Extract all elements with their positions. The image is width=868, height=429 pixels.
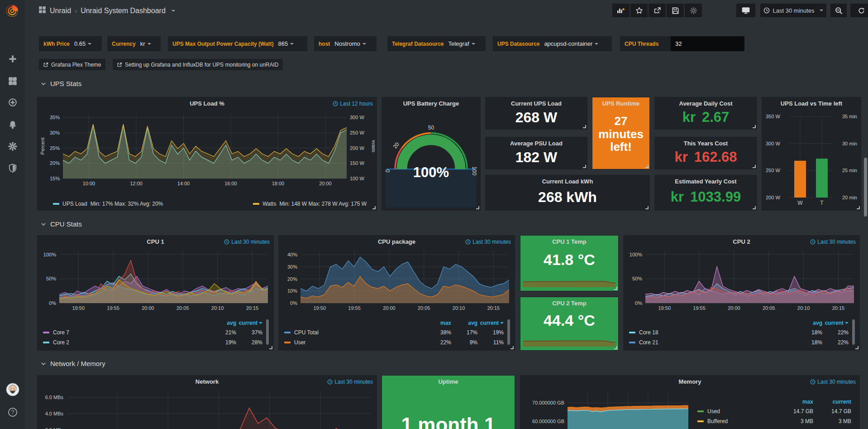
- panel-resize-handle[interactable]: [269, 346, 272, 349]
- legend-series-name[interactable]: Used: [707, 408, 775, 415]
- legend-series-name[interactable]: CPU Total: [294, 329, 425, 336]
- legend-row[interactable]: Core 18 18% 22%: [629, 328, 849, 337]
- legend-series-name[interactable]: Core 21: [639, 339, 796, 346]
- ups-load-vs-time-chart[interactable]: 200 W250 W300 W350 W20 min25 min30 min35…: [764, 110, 859, 207]
- sidebar-configuration-icon[interactable]: [0, 137, 25, 155]
- legend-col-avg[interactable]: avg: [451, 320, 477, 326]
- panel-title[interactable]: Estimated Yearly Cost: [655, 178, 757, 185]
- panel-title[interactable]: UPS Battery Charge: [382, 100, 480, 107]
- legend-row[interactable]: Core 2 19% 28%: [43, 337, 262, 347]
- variable-value-dropdown[interactable]: Telegraf: [448, 40, 475, 47]
- ups-load-chart[interactable]: 15%20%25%30%35%100 W150 W200 W250 W300 W…: [39, 110, 375, 188]
- legend-col-max[interactable]: max: [425, 320, 451, 326]
- legend-series-name[interactable]: Buffered: [707, 418, 775, 424]
- panel-title[interactable]: Current UPS Load: [486, 100, 587, 107]
- breadcrumb-folder[interactable]: Unraid: [50, 7, 71, 15]
- sidebar-alerting-icon[interactable]: [0, 116, 25, 134]
- panel-resize-handle[interactable]: [614, 287, 617, 290]
- time-range-badge[interactable]: Last 30 minutes: [327, 379, 373, 385]
- legend-col-avg[interactable]: avg: [210, 320, 236, 326]
- panel-resize-handle[interactable]: [857, 206, 860, 209]
- section-network-memory[interactable]: Network / Memory: [41, 360, 105, 367]
- time-picker-button[interactable]: Last 30 minutes: [760, 4, 826, 17]
- memory-chart[interactable]: 50.000000 GB60.000000 GB70.000000 GB: [522, 388, 691, 429]
- cpu-package-chart[interactable]: 0%10%20%30%40%19:5019:5520:0020:0520:102…: [281, 248, 513, 312]
- panel-title[interactable]: UPS Load %: [38, 100, 377, 107]
- variable-value-dropdown[interactable]: apcupsd-container: [544, 40, 598, 47]
- legend-col-current[interactable]: current: [822, 320, 849, 326]
- legend-item[interactable]: UPS Load Min: 17% Max: 32% Avg: 20%: [53, 201, 163, 207]
- cpu1-chart[interactable]: 0%50%100%19:5019:5520:0020:0520:1020:15: [39, 248, 272, 312]
- panel-resize-handle[interactable]: [753, 165, 756, 168]
- sidebar-dashboards-icon[interactable]: [0, 72, 25, 90]
- ups-battery-gauge[interactable]: 02050100100%: [384, 110, 478, 208]
- panel-resize-handle[interactable]: [645, 206, 649, 209]
- share-button[interactable]: [649, 4, 666, 17]
- dashboard-title[interactable]: Unraid System Dashboard: [81, 7, 166, 15]
- panel-title[interactable]: Network: [38, 378, 377, 385]
- legend-col-max[interactable]: max: [775, 399, 813, 405]
- grafana-logo[interactable]: [5, 3, 20, 19]
- time-range-badge[interactable]: Last 12 hours: [333, 101, 373, 107]
- section-ups-stats[interactable]: UPS Stats: [41, 80, 81, 87]
- legend-scrollbar[interactable]: [266, 319, 269, 345]
- add-panel-button[interactable]: [612, 4, 630, 17]
- panel-resize-handle[interactable]: [614, 346, 617, 349]
- legend-row[interactable]: Buffered 3 MB 3 MB: [697, 416, 851, 426]
- panel-resize-handle[interactable]: [645, 165, 649, 168]
- dashboard-link-ups-guide[interactable]: Setting up Grafana and InfluxDB for UPS …: [113, 59, 283, 70]
- panel-title[interactable]: CPU 1 Temp: [520, 238, 618, 245]
- variable-value-dropdown[interactable]: kr: [140, 40, 151, 47]
- zoom-out-button[interactable]: [830, 4, 847, 17]
- network-chart[interactable]: 2.0 MBs4.0 MBs6.0 MBs: [39, 388, 375, 429]
- refresh-icon[interactable]: [854, 7, 868, 14]
- dashboard-link-plex-theme[interactable]: Grafana Plex Theme: [39, 59, 105, 70]
- time-range-badge[interactable]: Last 30 minutes: [810, 239, 856, 245]
- variable-value-dropdown[interactable]: 865: [278, 40, 294, 47]
- panel-resize-handle[interactable]: [753, 206, 756, 209]
- dashboard-grid-icon[interactable]: [38, 6, 46, 15]
- legend-item[interactable]: Watts Min: 148 W Max: 278 W Avg: 175 W: [253, 201, 367, 207]
- legend-row[interactable]: User 22% 9% 11%: [284, 337, 504, 347]
- legend-col-current[interactable]: current: [813, 399, 851, 405]
- panel-resize-handle[interactable]: [855, 346, 858, 349]
- panel-title[interactable]: CPU 2 Temp: [520, 300, 618, 307]
- dashboard-title-caret-icon[interactable]: [172, 10, 175, 14]
- variable-value-dropdown[interactable]: Nostromo: [334, 40, 366, 47]
- section-cpu-stats[interactable]: CPU Stats: [41, 220, 82, 228]
- panel-resize-handle[interactable]: [753, 125, 756, 128]
- legend-row[interactable]: Core 7 21% 37%: [43, 328, 262, 337]
- sidebar-server-admin-icon[interactable]: [0, 159, 25, 177]
- legend-row[interactable]: Used 14.7 GB 14.7 GB: [697, 406, 851, 416]
- time-range-badge[interactable]: Last 30 minutes: [810, 379, 856, 385]
- legend-row[interactable]: Core 21 18% 22%: [629, 337, 849, 347]
- legend-col-current[interactable]: current: [236, 320, 262, 326]
- cycle-view-mode-button[interactable]: [736, 4, 755, 17]
- panel-resize-handle[interactable]: [583, 165, 586, 168]
- legend-series-name[interactable]: Core 7: [53, 329, 210, 336]
- legend-scrollbar[interactable]: [852, 319, 855, 345]
- sidebar-create-icon[interactable]: [0, 50, 25, 68]
- panel-title[interactable]: This Years Cost: [655, 140, 757, 147]
- panel-title[interactable]: UPS Runtime: [592, 100, 649, 107]
- page-scrollbar[interactable]: [864, 158, 867, 217]
- help-icon[interactable]: ?: [0, 403, 25, 421]
- user-avatar[interactable]: [0, 381, 25, 399]
- dashboard-settings-icon[interactable]: [685, 4, 702, 17]
- cpu-threads-input[interactable]: [671, 36, 744, 51]
- time-range-badge[interactable]: Last 30 minutes: [224, 239, 270, 245]
- legend-series-name[interactable]: Core 18: [639, 329, 796, 336]
- star-button[interactable]: [630, 4, 648, 17]
- legend-series-name[interactable]: User: [294, 339, 425, 346]
- legend-col-current[interactable]: current: [477, 320, 504, 326]
- panel-title[interactable]: Memory: [520, 378, 859, 385]
- cpu2-chart[interactable]: 0%50%100%19:5019:5520:0020:0520:1020:15: [625, 248, 858, 312]
- panel-resize-handle[interactable]: [372, 206, 376, 209]
- panel-title[interactable]: Current Load kWh: [486, 178, 649, 185]
- panel-resize-handle[interactable]: [583, 125, 586, 128]
- legend-series-name[interactable]: Core 2: [53, 339, 210, 346]
- panel-title[interactable]: Average Daily Cost: [655, 100, 757, 107]
- save-button[interactable]: [667, 4, 684, 17]
- legend-col-avg[interactable]: avg: [796, 320, 822, 326]
- variable-value-dropdown[interactable]: 0.65: [74, 40, 91, 47]
